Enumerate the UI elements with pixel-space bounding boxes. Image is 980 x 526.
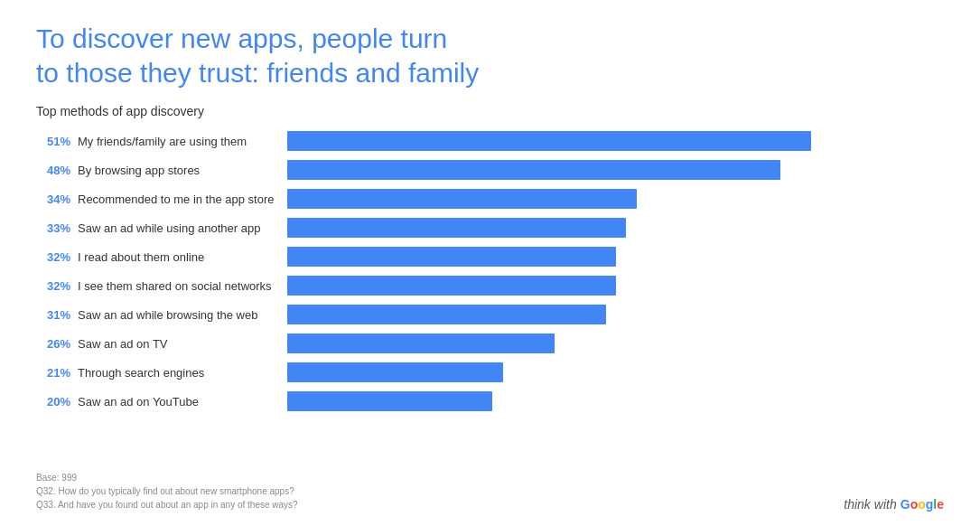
pct-label: 21%	[36, 366, 70, 380]
row-label: Saw an ad while using another app	[78, 221, 276, 235]
bar-container	[287, 362, 944, 382]
page-container: To discover new apps, people turn to tho…	[0, 0, 980, 526]
pct-label: 51%	[36, 135, 70, 148]
bar-row: 20%Saw an ad on YouTube	[36, 388, 944, 415]
chart-subtitle: Top methods of app discovery	[36, 104, 944, 118]
footnote: Base: 999 Q32. How do you typically find…	[36, 471, 298, 512]
bar	[287, 160, 780, 180]
bar	[287, 391, 492, 411]
bar-row: 33%Saw an ad while using another app	[36, 214, 944, 241]
bar-container	[287, 247, 944, 267]
google-brand: think with Google	[844, 497, 944, 512]
bar	[287, 247, 616, 267]
bar	[287, 131, 811, 151]
pct-label: 34%	[36, 193, 70, 206]
brand-with: with	[874, 497, 897, 512]
bar-container	[287, 391, 944, 411]
bar-row: 32%I read about them online	[36, 243, 944, 270]
bar-container	[287, 131, 944, 151]
chart-area: 51%My friends/family are using them48%By…	[36, 127, 944, 464]
pct-label: 33%	[36, 221, 70, 235]
row-label: My friends/family are using them	[78, 135, 276, 148]
bar-container	[287, 218, 944, 238]
footer: Base: 999 Q32. How do you typically find…	[36, 471, 944, 512]
bar	[287, 276, 616, 296]
pct-label: 32%	[36, 279, 70, 293]
row-label: Saw an ad while browsing the web	[78, 308, 276, 322]
bar-row: 51%My friends/family are using them	[36, 127, 944, 155]
bar-row: 32%I see them shared on social networks	[36, 272, 944, 299]
brand-think: think	[844, 497, 871, 512]
bar	[287, 189, 637, 209]
bar-row: 26%Saw an ad on TV	[36, 330, 944, 357]
bar-row: 48%By browsing app stores	[36, 156, 944, 183]
bar	[287, 333, 555, 353]
bar-row: 34%Recommended to me in the app store	[36, 185, 944, 212]
bar-container	[287, 189, 944, 209]
pct-label: 20%	[36, 395, 70, 409]
main-title: To discover new apps, people turn to tho…	[36, 22, 944, 89]
bar	[287, 305, 606, 324]
brand-google-letters: Google	[901, 497, 944, 512]
bar-container	[287, 305, 944, 324]
bar-container	[287, 276, 944, 296]
row-label: Saw an ad on TV	[78, 337, 276, 351]
row-label: Through search engines	[78, 366, 276, 380]
pct-label: 26%	[36, 337, 70, 351]
bar-row: 31%Saw an ad while browsing the web	[36, 301, 944, 328]
bar	[287, 362, 503, 382]
bar-container	[287, 160, 944, 180]
pct-label: 48%	[36, 164, 70, 177]
row-label: Recommended to me in the app store	[78, 193, 276, 206]
bar-row: 21%Through search engines	[36, 359, 944, 386]
row-label: By browsing app stores	[78, 164, 276, 177]
row-label: I read about them online	[78, 250, 276, 264]
pct-label: 31%	[36, 308, 70, 322]
row-label: I see them shared on social networks	[78, 279, 276, 293]
bar-container	[287, 333, 944, 353]
pct-label: 32%	[36, 250, 70, 264]
row-label: Saw an ad on YouTube	[78, 395, 276, 409]
bar	[287, 218, 626, 238]
